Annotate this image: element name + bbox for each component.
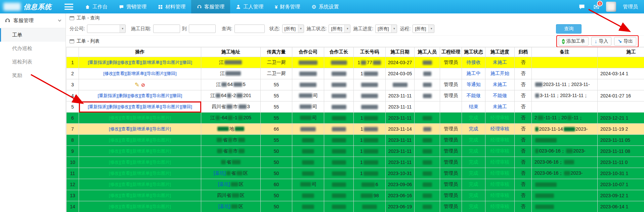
query-button[interactable]: 查询 — [556, 24, 582, 34]
op-link[interactable]: [修改][查看][新增派单][导出图片] — [109, 193, 171, 198]
col-header: 合作公司 — [292, 47, 324, 57]
nav-item-finance[interactable]: ¥财务管理 — [269, 0, 306, 13]
op-link[interactable]: [基坑] — [218, 181, 230, 187]
export-button[interactable]: ↘导出 — [614, 37, 636, 46]
op-link[interactable]: 完成 — [469, 193, 478, 198]
op-link[interactable]: ✎ — [135, 82, 141, 88]
op-link[interactable]: [修改][查看][新增派单][导出图片] — [109, 171, 171, 176]
status-select[interactable]: [所有]▼ — [282, 25, 304, 33]
col-header: 施工状态 — [462, 47, 485, 57]
op-link[interactable]: [修改][查看][新增派单][导出图片] — [109, 115, 171, 120]
nav-item-settings[interactable]: ⚙系统设置 — [306, 0, 344, 13]
import-button[interactable]: ↓导入 — [591, 37, 612, 46]
op-link[interactable]: 完成 — [469, 181, 478, 187]
col-header — [67, 47, 79, 57]
op-link[interactable]: [修改][查看][新增派单][导出图片] — [109, 149, 171, 154]
redacted-text — [300, 116, 311, 120]
sidebar-item-work-orders[interactable]: 工单 — [0, 28, 66, 42]
nav-item-customer-service[interactable]: 客服管理 — [191, 0, 230, 13]
op-link[interactable]: 完成 — [469, 137, 478, 142]
volume-cell: 60 — [261, 179, 292, 190]
add-order-button[interactable]: +添加工单 — [559, 37, 589, 46]
cell-text: 管理员 — [444, 193, 458, 198]
chevron-down-icon — [58, 18, 61, 22]
manager-cell: 管理员 — [440, 201, 462, 212]
redacted-text — [217, 138, 222, 142]
user-name[interactable]: 管理员 — [623, 4, 638, 10]
redacted-text — [423, 205, 432, 209]
cell-text: 市 — [233, 104, 238, 109]
op-link[interactable]: [修改][查看][新增派单][导出图片] — [109, 160, 171, 165]
op-link[interactable]: [修改][查看][新增派单][导出图片] — [109, 204, 171, 209]
cell-text: 2023-10-31 1 — [600, 171, 628, 176]
op-link[interactable]: 完成 — [469, 115, 478, 120]
op-link[interactable]: 经理审核 — [490, 170, 509, 176]
volume-cell: 二卫一厨 — [261, 68, 292, 79]
cell-text: 管理员 — [444, 137, 458, 142]
sidebar-section-customer-service[interactable]: 客服管理 — [0, 13, 66, 28]
nav-item-marketing[interactable]: 营销管理 — [113, 0, 152, 13]
op-link[interactable]: 经理审核 — [490, 181, 509, 187]
op-link[interactable]: 完成 — [469, 170, 478, 176]
op-link[interactable]: 完成 — [469, 159, 478, 165]
company-cell — [292, 190, 324, 201]
nav-item-materials[interactable]: 材料管理 — [152, 0, 191, 13]
op-link[interactable]: 完成 — [469, 148, 478, 154]
op-link[interactable]: 经理审核 — [490, 148, 509, 154]
op-link[interactable]: [修改][查看][新增派单][导出图片] — [109, 126, 171, 131]
op-link[interactable]: [重新指派][删除][修改][查看][新增派单][导出图片][撤回] — [88, 60, 192, 65]
redacted-text — [237, 171, 243, 175]
op-cell: [重新指派][删除][修改][查看][新增派单][导出图片][撤回] — [79, 101, 201, 113]
op-link[interactable]: 经理审核 — [490, 137, 509, 142]
op-link[interactable]: [修改][查看][新增派单][导出图片] — [109, 182, 171, 187]
company-cell — [292, 168, 324, 179]
op-link[interactable]: 完成 — [469, 204, 478, 209]
op-link[interactable]: 经理审核 — [490, 159, 509, 165]
redacted-text — [302, 160, 314, 165]
op-link[interactable]: [重新指派][删除][修改][查看][导出图片][撤回] — [98, 93, 182, 98]
sidebar-item-inspection-list[interactable]: 巡检列表 — [0, 55, 66, 69]
redacted-text — [231, 182, 238, 186]
work-status-select[interactable]: [所有]▼ — [329, 25, 350, 33]
cell-text: 55 — [274, 115, 279, 121]
sidebar: 客服管理 工单代办巡检巡检列表奖励 — [0, 13, 66, 212]
op-link[interactable]: 经理审核 — [490, 115, 509, 120]
redacted-text — [299, 72, 317, 76]
hamburger-menu-icon[interactable] — [65, 4, 73, 10]
op-link[interactable]: [基坑] — [214, 170, 226, 176]
remote-select[interactable]: [所有]▼ — [413, 25, 434, 33]
cell-text: 司 — [312, 104, 317, 109]
company-select[interactable]: ▼ — [87, 25, 126, 33]
cell-text: 2023-06-19 — [388, 204, 412, 209]
work-progress-select[interactable]: [所有]▼ — [375, 25, 397, 33]
user-avatar[interactable] — [606, 2, 616, 12]
op-link[interactable]: [修改][查看][新增派单][导出图片] — [109, 137, 171, 142]
op-link[interactable]: 经理审核 — [490, 193, 509, 198]
op-link[interactable]: [修改][查看][新增派单][导出图片][撤回] — [103, 71, 176, 76]
sidebar-item-pending-inspection[interactable]: 代办巡检 — [0, 42, 66, 55]
message-bubble-icon[interactable] — [577, 2, 587, 11]
cell-text: 管理员 — [444, 148, 458, 154]
cell-text: -11； — [572, 115, 583, 120]
op-link[interactable]: [基坑] — [218, 204, 230, 209]
op-cell: ✎ ⊘ — [79, 79, 201, 90]
progress-cell: 未施工 — [485, 57, 515, 68]
sidebar-item-rewards[interactable]: 奖励 — [0, 69, 66, 82]
op-link[interactable]: ⊘ — [141, 82, 145, 88]
leader-cell — [324, 79, 354, 90]
date-to-input[interactable] — [189, 25, 216, 33]
address-cell: [基坑]区 — [201, 201, 261, 212]
nav-item-workers[interactable]: 工人管理 — [230, 0, 269, 13]
redacted-text — [224, 60, 242, 65]
op-link[interactable]: 经理审核 — [490, 204, 509, 209]
op-link[interactable]: [重新指派][删除][修改][查看][新增派单][导出图片][撤回] — [88, 104, 192, 109]
status-cell: 完成 — [462, 135, 485, 146]
cell-text: 50 — [274, 204, 279, 209]
archive-cell: 否 — [515, 113, 532, 124]
date-from-input[interactable] — [153, 25, 180, 33]
search-input[interactable] — [234, 25, 265, 33]
status-select-value: [所有] — [283, 26, 298, 32]
progress-cell: 经理审核 — [485, 146, 515, 157]
nav-item-workbench[interactable]: 工作台 — [79, 0, 113, 13]
mail-icon[interactable]: ✉ 8 — [593, 3, 599, 10]
